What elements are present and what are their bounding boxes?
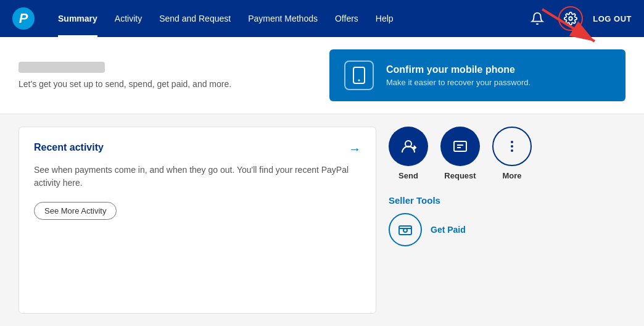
activity-title: Recent activity (34, 142, 104, 153)
get-paid-row[interactable]: Get Paid (389, 213, 625, 246)
get-paid-label: Get Paid (431, 225, 466, 235)
confirm-banner[interactable]: Confirm your mobile phone Make it easier… (329, 49, 625, 101)
action-buttons: Send Request (389, 127, 625, 180)
nav-payment-methods[interactable]: Payment Methods (239, 0, 326, 37)
activity-header: Recent activity → (34, 142, 361, 156)
phone-icon-wrap (344, 61, 374, 90)
nav-right: LOG OUT (526, 6, 632, 31)
nav-send-request[interactable]: Send and Request (151, 0, 239, 37)
more-label: More (502, 171, 521, 180)
confirm-subtitle: Make it easier to recover your password. (386, 78, 530, 87)
nav-help[interactable]: Help (367, 0, 402, 37)
account-tagline: Let's get you set up to send, spend, get… (19, 79, 317, 89)
account-name-blur (19, 62, 105, 73)
account-info: Let's get you set up to send, spend, get… (19, 62, 317, 89)
get-paid-icon (389, 213, 422, 246)
nav-activity[interactable]: Activity (106, 0, 151, 37)
send-circle (389, 127, 428, 166)
seller-tools-section: Seller Tools Get Paid (389, 195, 625, 246)
svg-point-11 (511, 145, 513, 148)
seller-tools-title: Seller Tools (389, 195, 625, 206)
svg-rect-13 (399, 226, 411, 235)
more-circle (492, 127, 532, 166)
more-action[interactable]: More (492, 127, 532, 180)
settings-button[interactable] (558, 6, 583, 31)
svg-point-0 (569, 17, 573, 20)
right-panel: Send Request (389, 127, 625, 314)
notifications-button[interactable] (526, 7, 548, 30)
request-circle (440, 127, 480, 166)
request-action[interactable]: Request (440, 127, 480, 180)
activity-card: Recent activity → See when payments come… (19, 127, 376, 314)
send-action[interactable]: Send (389, 127, 428, 180)
send-label: Send (398, 171, 418, 180)
activity-arrow-button[interactable]: → (349, 142, 361, 156)
bottom-section: Recent activity → See when payments come… (0, 114, 644, 326)
svg-rect-7 (454, 141, 466, 151)
confirm-text: Confirm your mobile phone Make it easier… (386, 64, 530, 87)
confirm-title: Confirm your mobile phone (386, 64, 530, 75)
nav-offers[interactable]: Offers (326, 0, 367, 37)
nav-links: Summary Activity Send and Request Paymen… (49, 0, 526, 37)
svg-point-12 (511, 149, 513, 152)
request-label: Request (444, 171, 476, 180)
main-content: Let's get you set up to send, spend, get… (0, 37, 644, 326)
logo-letter: P (19, 10, 28, 27)
paypal-logo[interactable]: P (12, 7, 35, 30)
svg-point-10 (511, 141, 513, 143)
nav-summary[interactable]: Summary (49, 0, 106, 37)
see-more-button[interactable]: See More Activity (34, 202, 117, 220)
top-section: Let's get you set up to send, spend, get… (0, 37, 644, 114)
activity-description: See when payments come in, and when they… (34, 164, 361, 190)
navbar: P Summary Activity Send and Request Paym… (0, 0, 644, 37)
logout-button[interactable]: LOG OUT (593, 14, 632, 23)
